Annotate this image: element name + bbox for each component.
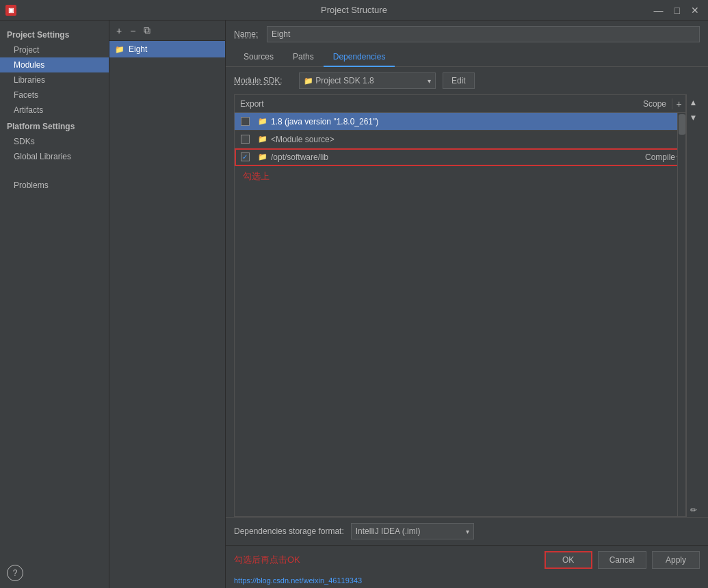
edit-sdk-button[interactable]: Edit: [443, 72, 475, 89]
dep-table-header: Export Scope +: [235, 95, 685, 113]
dep-table: Export Scope + 📁 1.8 (java version "1.8.…: [234, 94, 686, 517]
bottom-url: https://blog.csdn.net/weixin_46119343: [234, 576, 362, 585]
add-module-button[interactable]: +: [114, 24, 124, 38]
dep-checkbox-lib[interactable]: ✓: [235, 152, 255, 161]
lib-folder-icon: 📁: [258, 152, 267, 161]
move-down-button[interactable]: ▼: [687, 111, 700, 124]
ok-button[interactable]: OK: [545, 551, 592, 569]
sidebar-item-artifacts[interactable]: Artifacts: [0, 103, 109, 118]
app-icon: ▣: [5, 5, 16, 16]
col-scope-header: Scope: [617, 99, 672, 109]
sdk-label: Module SDK:: [234, 76, 292, 85]
minimize-button[interactable]: —: [651, 3, 667, 17]
window-controls: — □ ✕: [651, 3, 703, 17]
url-bar: https://blog.csdn.net/weixin_46119343: [226, 574, 708, 588]
dep-name-module: 📁 <Module source>: [255, 135, 631, 144]
dep-row-module-source[interactable]: 📁 <Module source>: [235, 131, 685, 148]
close-button[interactable]: ✕: [687, 3, 703, 17]
annotation-text: 勾选上: [235, 166, 685, 187]
tabs-bar: Sources Paths Dependencies: [226, 48, 708, 67]
dep-area: Export Scope + 📁 1.8 (java version "1.8.…: [234, 94, 700, 517]
remove-module-button[interactable]: −: [127, 24, 138, 38]
storage-row: Dependencies storage format: IntelliJ ID…: [226, 517, 708, 545]
sdk-folder-icon: 📁: [258, 117, 267, 126]
dep-checkbox-sdk[interactable]: [235, 117, 255, 126]
dep-checkbox-module[interactable]: [235, 135, 255, 144]
name-label: Name:: [234, 29, 261, 39]
cancel-button[interactable]: Cancel: [598, 551, 646, 569]
sdk-dropdown-arrow: ▾: [428, 77, 431, 85]
platform-settings-label: Platform Settings: [0, 118, 109, 134]
checkbox-sdk[interactable]: [241, 117, 250, 126]
side-toolbar: ▲ ▼ ✏: [686, 94, 700, 517]
dep-name-sdk: 📁 1.8 (java version "1.8.0_261"): [255, 117, 631, 126]
edit-dep-button[interactable]: ✏: [687, 503, 700, 517]
checkbox-module[interactable]: [241, 135, 250, 144]
name-input[interactable]: [267, 26, 700, 42]
sidebar: Project Settings Project Modules Librari…: [0, 21, 109, 588]
storage-label: Dependencies storage format:: [234, 526, 344, 536]
maximize-button[interactable]: □: [671, 3, 683, 17]
sidebar-item-libraries[interactable]: Libraries: [0, 72, 109, 88]
module-icon: 📁: [115, 45, 124, 54]
checkbox-lib[interactable]: ✓: [241, 152, 250, 161]
window-title: Project Structure: [321, 5, 387, 15]
module-panel: + − ⧉ 📁 Eight: [109, 21, 226, 588]
module-name: Eight: [129, 44, 147, 54]
dep-row-lib[interactable]: ✓ 📁 /opt/software/lib Compile ▾: [235, 148, 685, 166]
sdk-row: Module SDK: 📁 Project SDK 1.8 ▾ Edit: [226, 67, 708, 94]
title-bar: ▣ Project Structure — □ ✕: [0, 0, 708, 21]
tab-dependencies[interactable]: Dependencies: [324, 48, 395, 67]
sidebar-item-sdks[interactable]: SDKs: [0, 134, 109, 149]
module-item-eight[interactable]: 📁 Eight: [109, 41, 225, 57]
sidebar-item-problems[interactable]: Problems: [0, 178, 109, 193]
name-row: Name:: [226, 21, 708, 48]
bottom-annotation: 勾选后再点击OK: [234, 554, 539, 566]
content-panel: Name: Sources Paths Dependencies Module …: [226, 21, 708, 588]
help-button[interactable]: ?: [7, 565, 23, 581]
storage-dropdown-arrow: ▾: [466, 528, 469, 535]
sidebar-item-facets[interactable]: Facets: [0, 88, 109, 103]
sidebar-item-project[interactable]: Project: [0, 42, 109, 57]
dep-scrollbar[interactable]: [677, 113, 685, 516]
add-dep-button[interactable]: +: [672, 98, 685, 109]
sdk-select[interactable]: 📁 Project SDK 1.8 ▾: [299, 72, 436, 89]
copy-module-button[interactable]: ⧉: [141, 23, 153, 38]
apply-button[interactable]: Apply: [652, 551, 700, 569]
dep-row-sdk[interactable]: 📁 1.8 (java version "1.8.0_261"): [235, 113, 685, 131]
sidebar-item-modules[interactable]: Modules: [0, 57, 109, 72]
dialog-buttons: 勾选后再点击OK OK Cancel Apply: [226, 545, 708, 574]
tab-paths[interactable]: Paths: [283, 48, 324, 67]
dep-name-lib: 📁 /opt/software/lib: [255, 152, 631, 162]
col-export-header: Export: [235, 99, 617, 109]
sidebar-item-global-libraries[interactable]: Global Libraries: [0, 149, 109, 164]
project-settings-label: Project Settings: [0, 26, 109, 42]
main-container: Project Settings Project Modules Librari…: [0, 21, 708, 588]
storage-select[interactable]: IntelliJ IDEA (.iml) ▾: [351, 523, 474, 539]
storage-value: IntelliJ IDEA (.iml): [356, 526, 421, 536]
tab-sources[interactable]: Sources: [234, 48, 283, 67]
move-up-button[interactable]: ▲: [687, 96, 700, 109]
scrollbar-thumb[interactable]: [679, 114, 685, 135]
sdk-value: 📁 Project SDK 1.8: [304, 76, 374, 85]
module-folder-icon: 📁: [258, 135, 267, 144]
module-toolbar: + − ⧉: [109, 21, 225, 41]
